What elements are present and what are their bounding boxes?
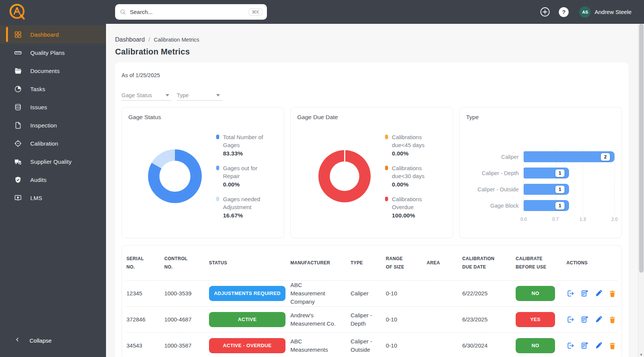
legend-dot-icon xyxy=(385,197,388,201)
legend-label: Calibrations Overdue xyxy=(392,195,433,211)
table-row[interactable]: 372846 1000-4687 ACTIVE Andrew's Measure… xyxy=(126,306,617,332)
col-header-control-no: CONTROL NO. xyxy=(164,255,209,271)
legend-dot-icon xyxy=(216,135,219,139)
export-icon[interactable] xyxy=(566,341,575,350)
sidebar-item-inspection[interactable]: Inspection xyxy=(0,116,106,134)
trash-icon[interactable] xyxy=(608,316,616,324)
sidebar-collapse-button[interactable]: Collapse xyxy=(0,333,106,348)
legend-item[interactable]: Calibrations Overdue 100.00% xyxy=(385,195,433,219)
gage-due-date-title: Gage Due Date xyxy=(297,114,446,121)
cell-range-of-size: 0-10 xyxy=(386,315,427,324)
sidebar-item-label: Tasks xyxy=(30,86,45,92)
export-icon[interactable] xyxy=(566,315,575,324)
cell-control-no: 1000-4687 xyxy=(164,315,209,324)
export-icon[interactable] xyxy=(566,289,575,298)
legend-item[interactable]: Calibrations due<30 days 0.00% xyxy=(385,164,433,188)
gage-status-filter[interactable]: Gage Status xyxy=(122,90,172,101)
type-bar-chart: Caliper Caliper - Depth Caliper - Outsid… xyxy=(466,149,615,224)
crosshair-icon xyxy=(14,140,22,147)
sidebar-item-tasks[interactable]: Tasks xyxy=(0,80,106,98)
edit-icon[interactable] xyxy=(594,341,603,350)
sidebar-item-issues[interactable]: Issues xyxy=(0,98,106,116)
gage-status-title: Gage Status xyxy=(128,114,278,121)
app-logo-icon[interactable] xyxy=(7,2,28,22)
search-input[interactable] xyxy=(130,9,249,15)
type-filter-label: Type xyxy=(177,92,189,98)
collapse-label: Collapse xyxy=(30,337,51,344)
chevron-left-icon xyxy=(14,337,20,344)
help-button[interactable]: ? xyxy=(559,7,569,17)
sidebar-item-dashboard[interactable]: Dashboard xyxy=(0,25,106,43)
col-header-status: STATUS xyxy=(209,259,290,267)
edit-icon[interactable] xyxy=(594,289,603,298)
topbar-right-cluster: ? AS Andrew Steele xyxy=(540,0,632,24)
user-name[interactable]: Andrew Steele xyxy=(594,9,632,15)
col-header-area: AREA xyxy=(427,259,462,267)
type-card: Type Caliper Caliper - Depth Caliper - O… xyxy=(459,107,622,238)
legend-label: Gages needed Adjustment xyxy=(223,195,264,211)
main-content: Dashboard / Calibration Metrics Calibrat… xyxy=(106,24,638,357)
sidebar-item-label: Calibration xyxy=(30,140,58,147)
table-row[interactable]: 34543 1000-3587 ACTIVE - OVERDUE ABC Mea… xyxy=(126,332,617,357)
cell-manufacturer: ABC Measurements xyxy=(290,337,336,354)
avatar[interactable]: AS xyxy=(579,6,591,18)
calibrate-before-use-badge: YES xyxy=(516,312,555,327)
sidebar-item-audits[interactable]: Audits xyxy=(0,171,106,189)
col-header-serial-no: SERIAL NO. xyxy=(126,255,164,271)
legend-item[interactable]: Calibrations due<45 days 0.00% xyxy=(385,133,433,157)
monitor-play-icon xyxy=(14,194,22,202)
breadcrumb-dashboard-link[interactable]: Dashboard xyxy=(115,36,145,43)
col-header-calibration-due-date: CALIBRATION DUE DATE xyxy=(462,255,516,271)
bar-caliper-depth: 1 xyxy=(524,168,569,178)
note-add-icon[interactable] xyxy=(580,289,589,298)
type-title: Type xyxy=(466,114,615,121)
sidebar-item-lms[interactable]: LMS xyxy=(0,189,106,207)
type-filter[interactable]: Type xyxy=(177,90,222,101)
chevron-down-icon xyxy=(165,94,169,96)
note-add-icon[interactable] xyxy=(580,315,589,324)
gage-status-donut xyxy=(148,149,202,203)
charts-row: Gage Status Total Number of Gages 83.33% xyxy=(122,107,622,238)
gage-status-legend: Total Number of Gages 83.33% Gages out f… xyxy=(216,133,264,219)
cell-actions xyxy=(566,341,617,350)
scrollbar-down-arrow-icon[interactable]: ▼ xyxy=(638,353,644,357)
gage-status-card: Gage Status Total Number of Gages 83.33% xyxy=(122,107,284,238)
metrics-panel: As of 1/25/2025 Gage Status Type Gage St… xyxy=(115,62,628,357)
sidebar-item-quality-plans[interactable]: Quality Plans xyxy=(0,43,106,62)
col-header-type: TYPE xyxy=(351,259,386,267)
col-header-actions: ACTIONS xyxy=(566,259,617,267)
add-button[interactable] xyxy=(540,7,550,17)
breadcrumb: Dashboard / Calibration Metrics xyxy=(115,36,638,43)
table-row[interactable]: 12345 1000-3539 ADJUSTMENTS REQUIRED ABC… xyxy=(126,280,617,306)
sidebar-item-label: Supplier Quality xyxy=(30,158,72,165)
cell-type: Caliper - Outside xyxy=(351,337,381,354)
category-label: Caliper xyxy=(466,149,524,165)
sidebar-item-label: LMS xyxy=(30,195,42,201)
sidebar-item-supplier-quality[interactable]: Supplier Quality xyxy=(0,152,106,171)
legend-item[interactable]: Gages out for Repair 0.00% xyxy=(216,164,264,188)
sidebar-item-calibration[interactable]: Calibration xyxy=(0,134,106,152)
sidebar-item-documents[interactable]: Documents xyxy=(0,62,106,80)
category-label: Gage Block xyxy=(466,197,524,214)
bar-caliper-outside: 1 xyxy=(524,184,569,195)
legend-dot-icon xyxy=(385,135,388,139)
edit-icon[interactable] xyxy=(594,315,603,324)
note-add-icon[interactable] xyxy=(580,341,589,350)
breadcrumb-separator: / xyxy=(148,37,150,43)
legend-item[interactable]: Total Number of Gages 83.33% xyxy=(216,133,264,157)
legend-value: 100.00% xyxy=(392,212,433,219)
cell-calibration-due-date: 6/30/2024 xyxy=(462,341,516,350)
document-icon xyxy=(14,121,22,129)
scrollbar-thumb[interactable] xyxy=(639,24,644,273)
cell-calibration-due-date: 6/22/2025 xyxy=(462,289,516,298)
bar-value-chip: 1 xyxy=(555,186,564,193)
page-scrollbar[interactable]: ▼ xyxy=(638,24,644,357)
trash-icon[interactable] xyxy=(608,342,616,350)
col-header-range-of-size: RANGE OF SIZE xyxy=(386,255,427,271)
x-tick-label: 1.3 xyxy=(580,217,586,222)
legend-item[interactable]: Gages needed Adjustment 16.67% xyxy=(216,195,264,219)
bars: 2 1 1 1 xyxy=(524,149,614,214)
trash-icon[interactable] xyxy=(608,290,616,298)
page-title: Calibration Metrics xyxy=(115,47,638,57)
category-label: Caliper - Outside xyxy=(466,181,524,197)
